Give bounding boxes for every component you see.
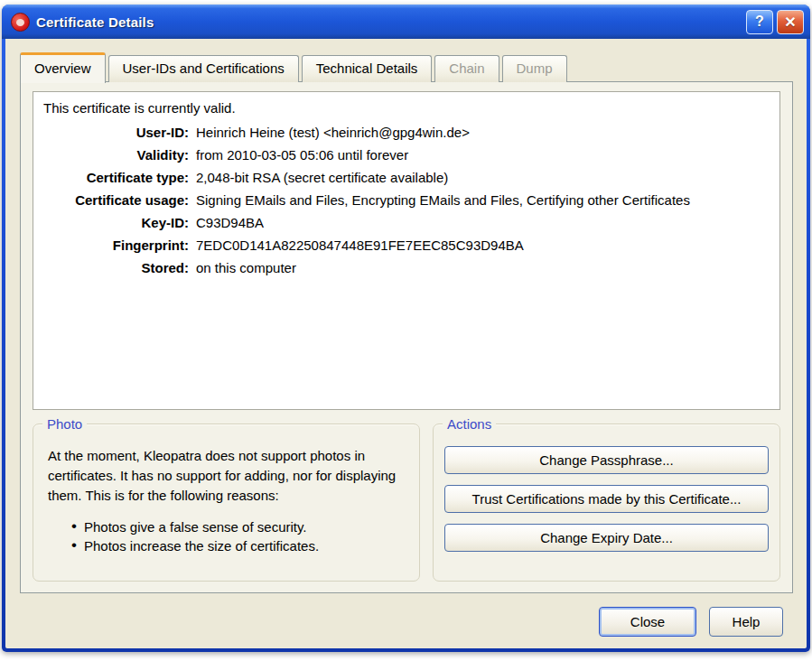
help-button[interactable]: Help [709, 607, 783, 637]
photo-explanation-text: At the moment, Kleopatra does not suppor… [48, 446, 406, 506]
photo-group-title: Photo [42, 415, 87, 433]
field-row-stored: Stored: on this computer [41, 256, 772, 279]
tab-chain: Chain [434, 55, 499, 82]
change-expiry-date-button[interactable]: Change Expiry Date... [444, 524, 769, 552]
bullet-icon: • [71, 517, 77, 535]
dialog-client-area: Overview User-IDs and Certifications Tec… [5, 39, 807, 648]
photo-bullet-list: • Photos give a false sense of security.… [33, 517, 419, 555]
certificate-status-text: This certificate is currently valid. [43, 98, 772, 118]
bullet-icon: • [71, 535, 77, 554]
field-row-certificate-usage: Certificate usage: Signing EMails and Fi… [41, 189, 772, 211]
certificate-details-dialog: Certificate Details ? ✕ Overview User-ID… [2, 5, 810, 652]
list-item: • Photos give a false sense of security. [33, 517, 419, 536]
window-title: Certificate Details [36, 14, 742, 30]
key-id-label: Key-ID: [41, 211, 196, 234]
field-row-key-id: Key-ID: C93D94BA [41, 211, 772, 234]
certificate-info-panel: This certificate is currently valid. Use… [33, 91, 780, 410]
actions-groupbox: Actions Change Passphrase... Trust Certi… [433, 424, 780, 582]
close-button[interactable]: Close [599, 607, 696, 637]
certificate-usage-value: Signing EMails and Files, Encrypting EMa… [196, 189, 690, 211]
field-row-certificate-type: Certificate type: 2,048-bit RSA (secret … [41, 166, 772, 189]
tab-overview[interactable]: Overview [20, 52, 106, 83]
field-row-user-id: User-ID: Heinrich Heine (test) <heinrich… [41, 121, 772, 144]
tab-bar: Overview User-IDs and Certifications Tec… [20, 51, 570, 82]
actions-button-stack: Change Passphrase... Trust Certification… [434, 424, 779, 552]
change-passphrase-button[interactable]: Change Passphrase... [444, 446, 769, 474]
field-row-validity: Validity: from 2010-03-05 05:06 until fo… [41, 144, 772, 166]
actions-group-title: Actions [443, 415, 496, 433]
field-row-fingerprint: Fingerprint: 7EDC0D141A82250847448E91FE7… [41, 234, 772, 256]
bullet-text: Photos increase the size of certificates… [84, 538, 319, 554]
key-id-value: C93D94BA [196, 211, 264, 234]
overview-tab-page: This certificate is currently valid. Use… [20, 81, 793, 593]
stored-label: Stored: [41, 256, 196, 279]
fingerprint-value: 7EDC0D141A82250847448E91FE7EEC85C93D94BA [196, 234, 524, 256]
fingerprint-label: Fingerprint: [41, 234, 196, 256]
user-id-value: Heinrich Heine (test) <heinrich@gpg4win.… [196, 121, 470, 144]
tab-dump: Dump [502, 55, 567, 82]
validity-value: from 2010-03-05 05:06 until forever [196, 144, 408, 166]
titlebar-close-button[interactable]: ✕ [777, 10, 804, 34]
tab-user-ids-and-certifications[interactable]: User-IDs and Certifications [108, 55, 299, 82]
certificate-type-label: Certificate type: [41, 166, 196, 189]
title-bar[interactable]: Certificate Details ? ✕ [2, 5, 810, 39]
photo-groupbox: Photo At the moment, Kleopatra does not … [33, 424, 420, 582]
validity-label: Validity: [41, 144, 196, 166]
certificate-usage-label: Certificate usage: [41, 189, 196, 211]
bullet-text: Photos give a false sense of security. [84, 519, 307, 535]
user-id-label: User-ID: [41, 121, 196, 144]
titlebar-help-button[interactable]: ? [746, 10, 773, 34]
tab-technical-details[interactable]: Technical Details [302, 55, 433, 82]
certificate-type-value: 2,048-bit RSA (secret certificate availa… [196, 166, 448, 189]
stored-value: on this computer [196, 256, 296, 279]
list-item: • Photos increase the size of certificat… [33, 536, 419, 555]
trust-certifications-button[interactable]: Trust Certifications made by this Certif… [444, 485, 769, 513]
kleopatra-app-icon [11, 13, 30, 32]
